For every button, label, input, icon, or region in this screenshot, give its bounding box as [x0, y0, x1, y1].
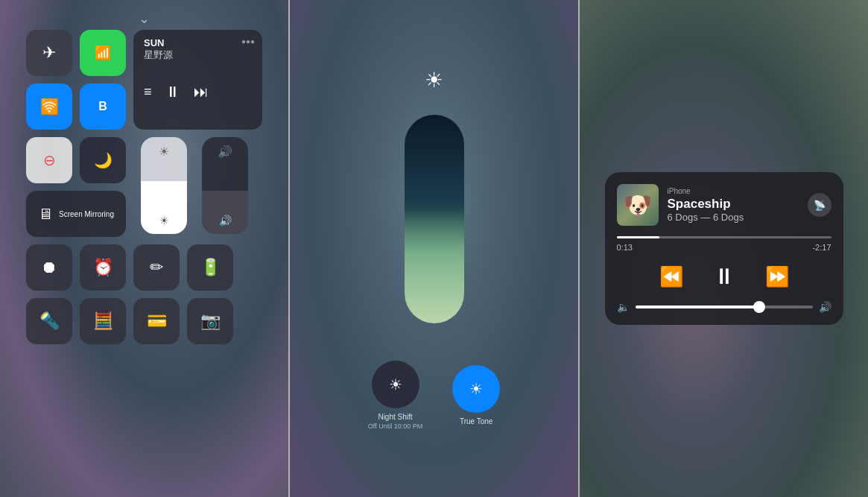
music-card: 🐶 iPhone Spaceship 6 Dogs — 6 Dogs 📡	[605, 172, 843, 325]
bluetooth-icon: B	[98, 100, 107, 113]
wallet-button[interactable]: 💳	[133, 298, 180, 344]
pencil-icon: ✏	[150, 258, 163, 277]
media-controls[interactable]: ≡ ⏸ ⏭	[144, 62, 252, 122]
brightness-bottom-icon: ☀	[159, 215, 169, 227]
album-art-emoji: 🐶	[623, 191, 653, 219]
play-pause-button[interactable]: ⏸	[713, 264, 735, 289]
screen-mirror-icon: 🖥	[38, 206, 53, 223]
true-tone-label: True Tone	[460, 417, 492, 425]
camera-icon: 📷	[200, 311, 221, 331]
progress-times: 0:13 -2:17	[617, 243, 831, 252]
night-shift-icon: ☀	[389, 376, 402, 393]
lock-rotation-icon: ⊖	[43, 151, 56, 169]
fast-forward-button[interactable]: ⏩	[765, 265, 789, 288]
alarm-icon: ⏰	[93, 258, 113, 277]
airplane-mode-button[interactable]: ✈	[26, 30, 72, 76]
time-remaining: -2:17	[812, 243, 831, 252]
music-info: iPhone Spaceship 6 Dogs — 6 Dogs	[668, 187, 799, 223]
music-controls: ⏪ ⏸ ⏩	[617, 264, 831, 289]
true-tone-icon: ☀	[469, 380, 483, 398]
brightness-panel: ☀ ☀ Night Shift Off Until 10:00 PM ☀ Tru…	[290, 0, 578, 497]
time-current: 0:13	[617, 243, 633, 252]
flashlight-button[interactable]: 🔦	[26, 298, 72, 344]
calculator-icon: 🧮	[93, 311, 113, 331]
album-art: 🐶	[617, 184, 659, 226]
screen-mirroring-label: Screen Mirroring	[59, 210, 114, 218]
brightness-slider[interactable]: ☀ ☀	[141, 137, 187, 234]
calculator-button[interactable]: 🧮	[80, 298, 126, 344]
progress-bar-container[interactable]: 0:13 -2:17	[617, 236, 831, 252]
sun-icon-top: ☀	[425, 68, 443, 92]
volume-slider[interactable]: 🔊 🔊	[202, 137, 248, 234]
music-panel: 🐶 iPhone Spaceship 6 Dogs — 6 Dogs 📡	[580, 0, 868, 497]
bluetooth-button[interactable]: B	[80, 83, 126, 130]
wifi-signal-dots: ●●●	[241, 37, 255, 45]
moon-icon: 🌙	[94, 151, 113, 169]
media-control-widget: ●●● SUN 星野源 ≡ ⏸ ⏭	[133, 30, 262, 130]
edit-button[interactable]: ✏	[133, 244, 180, 291]
music-source: iPhone	[668, 187, 799, 195]
volume-bottom-icon: 🔊	[219, 215, 232, 227]
night-shift-button[interactable]: ☀	[372, 361, 419, 408]
record-icon: ⏺	[41, 258, 57, 277]
brightness-control-slider[interactable]	[405, 115, 464, 323]
night-shift-label: Night Shift	[378, 413, 412, 421]
battery-icon: 🔋	[200, 258, 221, 277]
song-artist: 6 Dogs — 6 Dogs	[668, 212, 799, 223]
media-menu-icon[interactable]: ≡	[144, 84, 152, 100]
wifi-signal-icon: 📶	[95, 45, 111, 61]
media-artist: 星野源	[144, 48, 252, 62]
swipe-down-indicator[interactable]: ⌄	[139, 10, 150, 27]
screen-record-button[interactable]: ⏺	[26, 244, 72, 291]
do-not-disturb-button[interactable]: 🌙	[80, 137, 126, 183]
volume-fill	[636, 306, 760, 308]
media-day: SUN	[144, 37, 252, 48]
wifi-button[interactable]: 🛜	[26, 83, 72, 130]
song-title: Spaceship	[668, 197, 799, 212]
night-shift-sublabel: Off Until 10:00 PM	[368, 422, 422, 430]
volume-top-icon: 🔊	[218, 145, 232, 159]
camera-button[interactable]: 📷	[187, 298, 233, 344]
rewind-button[interactable]: ⏪	[659, 265, 683, 288]
flashlight-icon: 🔦	[39, 311, 60, 331]
volume-track[interactable]	[636, 306, 813, 308]
control-center-panel: ⌄ ✈ 📶 🛜	[0, 0, 288, 497]
rotation-lock-button[interactable]: ⊖	[26, 137, 72, 183]
media-pause-icon[interactable]: ⏸	[165, 83, 180, 101]
battery-button[interactable]: 🔋	[187, 244, 233, 291]
screen-mirroring-button[interactable]: 🖥 Screen Mirroring	[26, 191, 126, 237]
brightness-top-icon: ☀	[159, 145, 169, 159]
music-header: 🐶 iPhone Spaceship 6 Dogs — 6 Dogs 📡	[617, 184, 831, 226]
airplay-icon: 📡	[814, 200, 826, 211]
airplane-icon: ✈	[42, 43, 56, 63]
volume-low-icon: 🔈	[617, 301, 630, 313]
media-next-icon[interactable]: ⏭	[194, 83, 209, 101]
alarm-button[interactable]: ⏰	[80, 244, 126, 291]
volume-control[interactable]: 🔈 🔊	[617, 301, 831, 313]
volume-high-icon: 🔊	[819, 301, 831, 313]
airplay-button[interactable]: 📡	[808, 193, 831, 217]
progress-track[interactable]	[617, 236, 831, 238]
progress-fill	[617, 236, 660, 238]
true-tone-button[interactable]: ☀	[452, 365, 500, 413]
wifi-icon: 🛜	[40, 98, 59, 115]
wifi-toggle-button[interactable]: 📶	[80, 30, 126, 76]
volume-thumb[interactable]	[753, 301, 765, 313]
wallet-icon: 💳	[147, 311, 167, 331]
